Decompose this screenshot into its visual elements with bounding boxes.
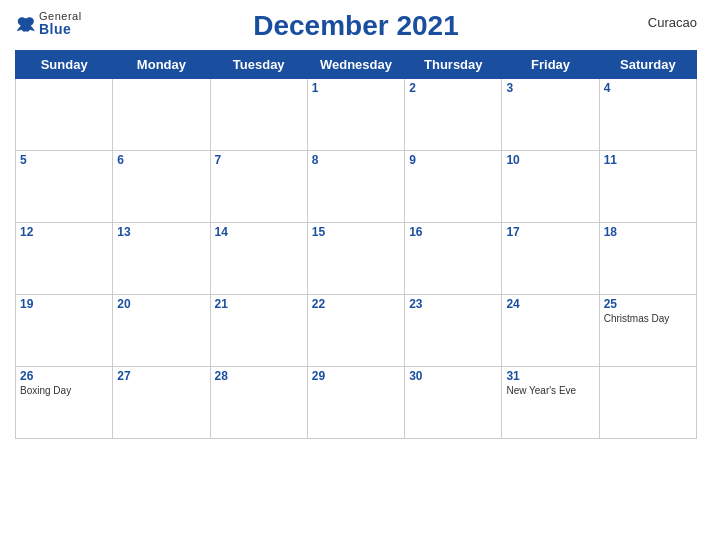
country-label: Curacao: [648, 15, 697, 30]
day-number: 11: [604, 153, 692, 167]
calendar-cell-w2-d3: 7: [210, 151, 307, 223]
header-sunday: Sunday: [16, 51, 113, 79]
header-friday: Friday: [502, 51, 599, 79]
day-number: 31: [506, 369, 594, 383]
calendar-cell-w5-d3: 28: [210, 367, 307, 439]
calendar-cell-w5-d1: 26Boxing Day: [16, 367, 113, 439]
calendar-cell-w3-d6: 17: [502, 223, 599, 295]
calendar-cell-w3-d2: 13: [113, 223, 210, 295]
day-number: 8: [312, 153, 400, 167]
header-tuesday: Tuesday: [210, 51, 307, 79]
calendar-cell-w3-d5: 16: [405, 223, 502, 295]
day-number: 6: [117, 153, 205, 167]
day-number: 5: [20, 153, 108, 167]
calendar-cell-w2-d1: 5: [16, 151, 113, 223]
calendar-page: General Blue December 2021 Curacao Sunda…: [0, 0, 712, 550]
day-number: 29: [312, 369, 400, 383]
day-number: 14: [215, 225, 303, 239]
header-thursday: Thursday: [405, 51, 502, 79]
logo-blue-text: Blue: [39, 22, 82, 37]
day-number: 22: [312, 297, 400, 311]
calendar-cell-w4-d3: 21: [210, 295, 307, 367]
day-number: 9: [409, 153, 497, 167]
calendar-cell-w4-d4: 22: [307, 295, 404, 367]
calendar-cell-w3-d7: 18: [599, 223, 696, 295]
logo-bird-icon: [15, 15, 35, 33]
calendar-cell-w2-d2: 6: [113, 151, 210, 223]
week-row-3: 12131415161718: [16, 223, 697, 295]
calendar-cell-w5-d7: [599, 367, 696, 439]
day-number: 28: [215, 369, 303, 383]
calendar-cell-w3-d4: 15: [307, 223, 404, 295]
calendar-header: General Blue December 2021 Curacao: [15, 10, 697, 42]
calendar-cell-w3-d3: 14: [210, 223, 307, 295]
day-number: 4: [604, 81, 692, 95]
day-number: 2: [409, 81, 497, 95]
day-number: 15: [312, 225, 400, 239]
day-number: 18: [604, 225, 692, 239]
calendar-cell-w5-d5: 30: [405, 367, 502, 439]
calendar-cell-w3-d1: 12: [16, 223, 113, 295]
calendar-cell-w1-d2: [113, 79, 210, 151]
event-label: Christmas Day: [604, 313, 692, 324]
event-label: New Year's Eve: [506, 385, 594, 396]
calendar-cell-w1-d5: 2: [405, 79, 502, 151]
calendar-cell-w5-d6: 31New Year's Eve: [502, 367, 599, 439]
calendar-cell-w4-d2: 20: [113, 295, 210, 367]
calendar-cell-w4-d7: 25Christmas Day: [599, 295, 696, 367]
day-number: 19: [20, 297, 108, 311]
day-number: 23: [409, 297, 497, 311]
day-number: 3: [506, 81, 594, 95]
calendar-cell-w2-d5: 9: [405, 151, 502, 223]
header-wednesday: Wednesday: [307, 51, 404, 79]
calendar-cell-w5-d2: 27: [113, 367, 210, 439]
week-row-1: 1234: [16, 79, 697, 151]
day-number: 10: [506, 153, 594, 167]
day-number: 7: [215, 153, 303, 167]
calendar-cell-w1-d1: [16, 79, 113, 151]
calendar-cell-w5-d4: 29: [307, 367, 404, 439]
day-number: 26: [20, 369, 108, 383]
day-number: 16: [409, 225, 497, 239]
header-saturday: Saturday: [599, 51, 696, 79]
calendar-cell-w1-d4: 1: [307, 79, 404, 151]
day-number: 1: [312, 81, 400, 95]
calendar-cell-w2-d7: 11: [599, 151, 696, 223]
day-number: 13: [117, 225, 205, 239]
day-number: 27: [117, 369, 205, 383]
calendar-cell-w1-d3: [210, 79, 307, 151]
day-number: 20: [117, 297, 205, 311]
calendar-cell-w4-d5: 23: [405, 295, 502, 367]
week-row-2: 567891011: [16, 151, 697, 223]
calendar-cell-w2-d4: 8: [307, 151, 404, 223]
days-header-row: Sunday Monday Tuesday Wednesday Thursday…: [16, 51, 697, 79]
calendar-table: Sunday Monday Tuesday Wednesday Thursday…: [15, 50, 697, 439]
logo: General Blue: [15, 10, 82, 37]
day-number: 12: [20, 225, 108, 239]
calendar-cell-w2-d6: 10: [502, 151, 599, 223]
day-number: 24: [506, 297, 594, 311]
calendar-cell-w1-d6: 3: [502, 79, 599, 151]
day-number: 25: [604, 297, 692, 311]
day-number: 21: [215, 297, 303, 311]
month-title: December 2021: [253, 10, 458, 42]
day-number: 17: [506, 225, 594, 239]
header-monday: Monday: [113, 51, 210, 79]
calendar-cell-w4-d6: 24: [502, 295, 599, 367]
calendar-cell-w1-d7: 4: [599, 79, 696, 151]
calendar-cell-w4-d1: 19: [16, 295, 113, 367]
day-number: 30: [409, 369, 497, 383]
event-label: Boxing Day: [20, 385, 108, 396]
week-row-5: 26Boxing Day2728293031New Year's Eve: [16, 367, 697, 439]
week-row-4: 19202122232425Christmas Day: [16, 295, 697, 367]
